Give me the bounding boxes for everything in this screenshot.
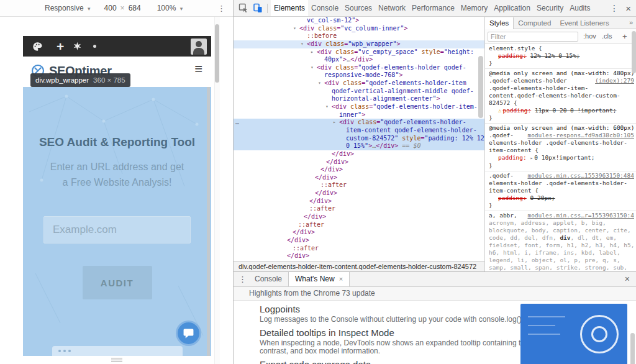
tree-line[interactable]: ::after [234,205,484,213]
stylesheet-link[interactable]: (index):279 [595,77,634,84]
tree-line[interactable]: vc_col-sm-12"> [234,17,484,25]
tab-computed[interactable]: Computed [514,17,555,29]
audit-button[interactable]: AUDIT [83,266,152,299]
stylesheet-link[interactable]: modules.min.css…r=1553963150:4 [527,212,634,219]
zoom-dropdown[interactable]: 100% ▾ [157,4,183,12]
video-thumbnail[interactable]: ne [520,304,627,364]
selector-line: item-content { [489,147,634,154]
disclosure-expanded-icon[interactable]: ▾ [318,80,321,88]
class-toggle[interactable]: .cls [602,29,612,43]
elements-scrollbar-thumb[interactable] [478,56,483,118]
chat-widget-button[interactable] [176,321,201,346]
tree-line[interactable]: ▾<div class="qodef-elements-holder-item [234,80,484,88]
expand-shorthand-icon[interactable]: ▸ [530,155,534,161]
whatsnew-scrollbar-thumb[interactable] [630,333,635,364]
tree-line[interactable]: ▸<div class="vc_empty_space" style="heig… [234,48,484,57]
tree-line[interactable]: </div> [234,150,484,158]
tab-security[interactable]: Security [534,0,566,16]
new-content-icon[interactable]: + [57,40,64,53]
tree-line[interactable]: ::after [234,181,484,189]
styles-scrollbar-thumb[interactable] [632,31,636,73]
avatar[interactable] [191,39,207,55]
emulation-scrollbar-thumb[interactable] [215,24,219,83]
node-overflow-icon[interactable]: … [235,119,240,127]
tab-application[interactable]: Application [491,0,534,16]
devtools-close-icon[interactable]: × [625,0,631,17]
whatsnew-section-body: When inspecting a node, DevTools now sho… [260,339,558,356]
tab-audits[interactable]: Audits [566,0,593,16]
selector-token: fieldset, font, form, h1, h2, h3, h4, h5… [489,242,634,248]
tab-elements[interactable]: Elements [271,0,308,16]
devtools-menu-icon[interactable]: ⋮ [610,0,619,17]
disclosure-expanded-icon[interactable]: ▾ [311,64,314,72]
pseudo-state-toggle[interactable]: :hov [583,29,596,43]
tabs-overflow-icon[interactable]: » [629,17,633,29]
css-property[interactable]: padding: ▸0 10px!important; [489,154,634,162]
drawer-tab-console[interactable]: Console [248,272,288,286]
viewport-width-field[interactable]: 400 [104,4,117,12]
tree-line[interactable]: ::after [234,245,484,253]
status-dot-icon [93,45,96,48]
css-property[interactable]: ⚠padding: 11px 0 20 0 !important; [489,107,634,114]
viewport-resize-handle[interactable] [109,357,124,363]
hero-subtitle-line1: Enter an URL address and get [23,159,211,175]
device-type-dropdown[interactable]: Responsive ▾ [45,4,91,12]
disclosure-expanded-icon[interactable]: ▾ [301,40,304,48]
url-input[interactable] [43,216,191,243]
new-style-rule-icon[interactable]: + [622,29,627,43]
tab-memory[interactable]: Memory [458,0,491,16]
palette-icon[interactable] [32,41,43,52]
tree-line[interactable]: ▾<div class="qodef-elements-holder qodef… [234,64,484,72]
styles-filter-input[interactable] [488,32,578,42]
disclosure-expanded-icon[interactable]: ▾ [325,103,329,111]
tree-line[interactable]: </div> [234,158,484,166]
inspect-element-icon[interactable] [238,3,248,16]
tree-line[interactable]: qodef-vertical-alignment-middle qodef- [234,88,484,96]
tree-line[interactable]: ▾<div class="wpb_wrapper"> [234,40,484,48]
tab-sources[interactable]: Sources [342,0,375,16]
drawer-menu-icon[interactable]: ⋮ [238,272,247,286]
stylesheet-link[interactable]: modules.min.css…1553963150:484 [527,172,634,180]
drawer-close-icon[interactable]: × [625,272,630,286]
tab-styles[interactable]: Styles [485,17,514,29]
tree-line[interactable]: ::before [234,32,484,40]
tree-line[interactable]: 40px">…</div> [234,56,484,64]
yelp-burst-icon[interactable] [73,42,82,51]
tab-performance[interactable]: Performance [409,0,458,16]
device-toolbar-toggle-icon[interactable] [253,3,263,16]
close-tab-icon[interactable]: × [339,275,343,283]
disclosure-collapsed-icon[interactable]: ▸ [311,48,314,57]
tree-line[interactable]: </div> [234,174,484,182]
tab-event-listeners[interactable]: Event Listeners [555,17,613,29]
tree-line[interactable]: item-content qodef-elements-holder- [234,127,484,135]
tree-line[interactable]: </div> [234,229,484,237]
tree-line[interactable]: custom-824572" style="padding: 12% 12% [234,135,484,143]
hamburger-menu-icon[interactable]: ≡ [194,62,202,76]
tab-console[interactable]: Console [308,0,342,16]
tree-line[interactable]: …▸<div class="qodef-elements-holder- [234,119,484,127]
tree-line[interactable]: ::after [234,221,484,229]
breadcrumb[interactable]: div.qodef-elements-holder-item-content.q… [234,261,484,271]
device-toolbar-menu-icon[interactable]: ⋮ [217,4,225,13]
tree-line[interactable]: </div> [234,237,484,245]
tab-network[interactable]: Network [375,0,409,16]
tree-line[interactable]: responsive-mode-768"> [234,71,484,80]
stylesheet-link[interactable]: modules-respons…fd9ad38cb0:105 [527,132,634,139]
css-property[interactable]: padding: 0 20px; [489,194,634,202]
tree-line[interactable]: ▾<div class="qodef-elements-holder-item- [234,103,484,111]
css-property[interactable]: padding: 12% 12% 0 15%; [489,52,634,60]
tree-line[interactable]: 0 15%">…</div> == $0 [234,142,484,150]
tree-line[interactable]: horizontal-alignment-center"> [234,95,484,103]
tree-line[interactable]: inner"> [234,111,484,119]
viewport-height-field[interactable]: 684 [129,4,141,12]
tree-line[interactable]: ▾<div class="vc_column-inner"> [234,25,484,33]
tree-line[interactable]: </div> [234,166,484,174]
disclosure-expanded-icon[interactable]: ▾ [293,25,296,33]
tree-line[interactable]: </div> [234,252,484,260]
tree-line[interactable]: </div> [234,189,484,198]
page-scrollbar[interactable] [207,87,210,356]
drawer-tab-what-s-new[interactable]: What's New× [288,272,350,286]
disclosure-collapsed-icon[interactable]: ▸ [333,119,336,127]
tree-line[interactable]: </div> [234,213,484,221]
tree-line[interactable]: </div> [234,198,484,206]
